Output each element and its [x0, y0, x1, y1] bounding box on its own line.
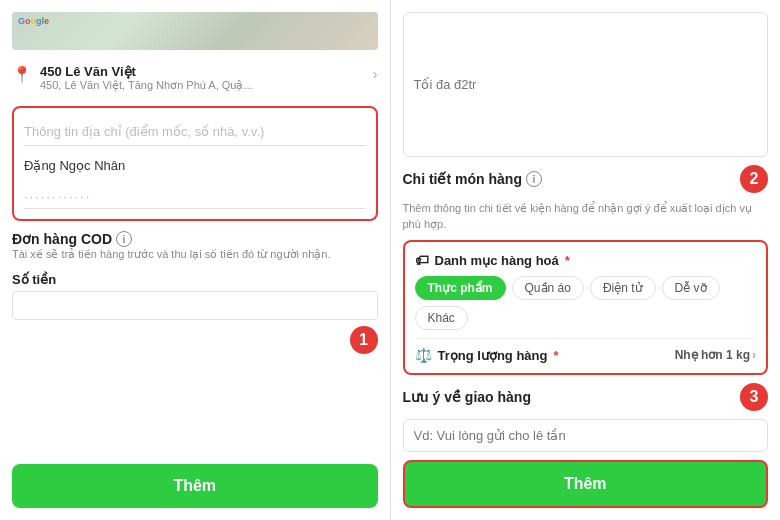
tag-quanao[interactable]: Quần áo — [512, 276, 584, 300]
badge-2: 2 — [740, 165, 768, 193]
detail-info-icon[interactable]: i — [526, 171, 542, 187]
left-panel: Google 📍 450 Lê Văn Việt 450, Lê Văn Việ… — [0, 0, 391, 520]
address-info-box: Đặng Ngọc Nhân ············ — [12, 106, 378, 221]
cod-info-icon[interactable]: i — [116, 231, 132, 247]
weight-row[interactable]: ⚖️ Trọng lượng hàng * Nhẹ hơn 1 kg › — [415, 338, 757, 363]
weight-label: Trọng lượng hàng — [438, 348, 548, 363]
category-icon: 🏷 — [415, 252, 429, 268]
map-preview: Google — [12, 12, 378, 50]
add-button-left[interactable]: Thêm — [12, 464, 378, 508]
tags-row: Thực phẩm Quần áo Điện tử Dễ vỡ Khác — [415, 276, 757, 330]
chevron-right-icon: › — [373, 66, 378, 82]
detail-title: Chi tiết món hàng i — [403, 171, 542, 187]
add-button-right[interactable]: Thêm — [403, 460, 769, 508]
amount-input[interactable] — [12, 291, 378, 320]
cod-desc: Tài xế sẽ trả tiền hàng trước và thu lại… — [12, 247, 378, 262]
phone-field: ············ — [24, 185, 366, 209]
badge-1: 1 — [350, 326, 378, 354]
cod-title: Đơn hàng COD i — [12, 231, 378, 247]
google-logo: Google — [18, 16, 49, 26]
amount-label: Số tiền — [12, 272, 378, 287]
category-header: 🏷 Danh mục hàng hoá * — [415, 252, 757, 268]
note-input[interactable] — [403, 419, 769, 452]
category-box: 🏷 Danh mục hàng hoá * Thực phẩm Quần áo … — [403, 240, 769, 375]
address-subtitle: 450, Lê Văn Việt, Tăng Nhơn Phú A, Quậ..… — [40, 79, 365, 92]
weight-required: * — [553, 348, 558, 363]
address-text: 450 Lê Văn Việt 450, Lê Văn Việt, Tăng N… — [40, 64, 365, 92]
amount-section: Số tiền — [12, 272, 378, 320]
note-label: Lưu ý về giao hàng — [403, 389, 531, 405]
tag-devo[interactable]: Dễ vỡ — [662, 276, 720, 300]
right-panel: Chi tiết món hàng i 2 Thêm thông tin chi… — [391, 0, 781, 520]
tag-khac[interactable]: Khác — [415, 306, 468, 330]
badge-3: 3 — [740, 383, 768, 411]
weight-chevron-icon: › — [752, 348, 756, 362]
address-detail-input[interactable] — [24, 118, 366, 146]
cod-section: Đơn hàng COD i Tài xế sẽ trả tiền hàng t… — [12, 231, 378, 262]
address-row[interactable]: 📍 450 Lê Văn Việt 450, Lê Văn Việt, Tăng… — [12, 60, 378, 96]
weight-value: Nhẹ hơn 1 kg › — [675, 348, 756, 362]
max-amount-input[interactable] — [403, 12, 769, 157]
sender-name: Đặng Ngọc Nhân — [24, 154, 366, 177]
note-header-row: Lưu ý về giao hàng 3 — [403, 383, 769, 411]
pin-icon: 📍 — [12, 65, 32, 84]
tag-dienthu[interactable]: Điện tử — [590, 276, 656, 300]
detail-desc: Thêm thông tin chi tiết về kiện hàng để … — [403, 201, 769, 232]
weight-icon: ⚖️ — [415, 347, 432, 363]
required-star: * — [565, 253, 570, 268]
address-title: 450 Lê Văn Việt — [40, 64, 365, 79]
detail-header-row: Chi tiết món hàng i 2 — [403, 165, 769, 193]
tag-thucpham[interactable]: Thực phẩm — [415, 276, 506, 300]
